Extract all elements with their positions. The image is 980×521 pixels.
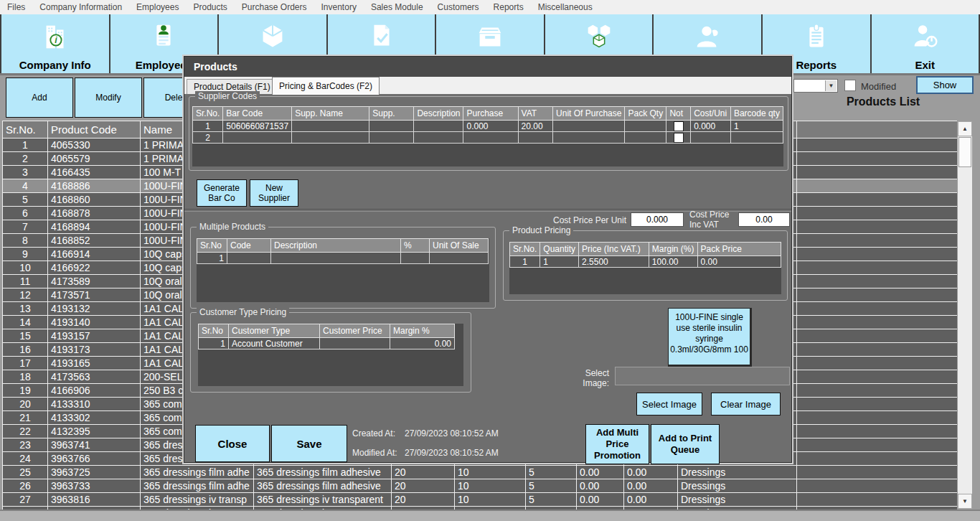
sales-cubes-icon [583,19,616,56]
header-row: Sr.No.QuantityPrice (Inc VAT.)Margin (%)… [510,243,781,256]
new-supplier-button[interactable]: New Supplier [250,179,298,207]
toolbar-reports-label: Reports [796,59,837,72]
modified-at-value: 27/09/2023 08:10:52 AM [405,448,499,458]
menu-files[interactable]: Files [0,2,32,12]
dialog-tab-strip: Product Details (F1) Pricing & BarCodes … [184,77,791,95]
generate-barcode-button[interactable]: Generate Bar Co [197,179,247,207]
menu-customers[interactable]: Customers [430,2,486,12]
modified-at-label: Modified At: [352,448,397,458]
multiple-products-group: Multiple Products Sr.NoCodeDescription%U… [190,227,496,309]
products-cube-icon [256,19,289,56]
add-button[interactable]: Add [6,78,73,118]
cost-price-inc-vat-label: Cost Price Inc VAT [689,210,732,230]
scroll-up-icon[interactable]: ▲ [958,121,972,136]
select-image-path-field[interactable] [615,367,790,385]
dialog-title: Products [184,57,791,77]
product-pricing-group-label: Product Pricing [509,225,573,235]
checkbox[interactable] [674,133,684,143]
cost-price-per-unit-label: Cost Price Per Unit [486,215,626,225]
menu-miscellaneous[interactable]: Miscellaneous [531,2,600,12]
scroll-down-icon[interactable]: ▼ [958,494,972,509]
select-image-button[interactable]: Select Image [636,393,702,416]
created-at-value: 27/09/2023 08:10:52 AM [405,428,499,438]
purchase-order-document-icon [364,19,397,56]
product-name-box: 100U-FINE single use sterile insulin syr… [668,308,752,367]
header-row: Sr.NoCustomer TypeCustomer PriceMargin % [199,324,455,338]
supplier-codes-table-area: Sr.No.Bar CodeSupp. NameSupp.Description… [192,106,783,166]
menu-employees[interactable]: Employees [129,2,186,12]
exit-person-power-icon [908,19,941,56]
products-list-title: Products List [793,95,973,108]
cost-price-inc-vat-field[interactable]: 0.00 [738,212,790,227]
company-building-icon: i [39,19,72,56]
save-button[interactable]: Save [271,425,347,462]
table-row[interactable]: 1 [197,253,489,264]
multiple-products-group-label: Multiple Products [197,222,268,232]
dialog-body: Supplier Codes Sr.No.Bar CodeSupp. NameS… [184,94,791,462]
menu-company-information[interactable]: Company Information [32,2,129,12]
customer-type-pricing-table-area: Sr.NoCustomer TypeCustomer PriceMargin %… [198,324,463,386]
supplier-codes-table[interactable]: Sr.No.Bar CodeSupp. NameSupp.Description… [192,106,783,144]
created-at-label: Created At: [352,428,395,438]
product-pricing-table[interactable]: Sr.No.QuantityPrice (Inc VAT.)Margin (%)… [509,242,781,268]
checkbox[interactable] [674,121,684,131]
toolbar-company-info-button[interactable]: i Company Info [0,14,110,73]
toolbar-exit-button[interactable]: Exit [872,14,980,73]
header-row: Sr.NoCodeDescription%Unit Of Sale [197,239,489,253]
chevron-down-icon[interactable]: ▼ [825,80,837,91]
multiple-products-table[interactable]: Sr.NoCodeDescription%Unit Of Sale1 [197,238,489,264]
toolbar-exit-label: Exit [915,59,936,72]
menu-inventory[interactable]: Inventory [314,2,364,12]
product-pricing-table-area: Sr.No.QuantityPrice (Inc VAT.)Margin (%)… [509,242,781,294]
menu-purchase-orders[interactable]: Purchase Orders [235,2,314,12]
add-to-print-queue-button[interactable]: Add to Print Queue [651,424,720,464]
supplier-codes-group-label: Supplier Codes [195,91,260,101]
tab-pricing-barcodes[interactable]: Pricing & BarCodes (F2) [272,77,380,95]
menu-sales-module[interactable]: Sales Module [364,2,430,12]
supplier-codes-group: Supplier Codes Sr.No.Bar CodeSupp. NameS… [189,96,788,171]
customer-type-pricing-group-label: Customer Type Pricing [197,307,289,317]
clear-image-button[interactable]: Clear Image [711,393,781,416]
menu-bar: Files Company Information Employees Prod… [0,0,980,15]
customer-type-pricing-group: Customer Type Pricing Sr.NoCustomer Type… [190,312,471,393]
products-dialog: Products Product Details (F1) Pricing & … [184,56,792,463]
inventory-box-icon [473,19,507,56]
modified-checkbox[interactable] [844,80,856,91]
table-row[interactable]: 2 [193,132,783,144]
table-row[interactable]: 253963725365 dressings film adhe365 dres… [3,466,958,479]
menu-reports[interactable]: Reports [486,2,531,12]
select-image-label: Select Image: [572,368,609,388]
multiple-products-table-area: Sr.NoCodeDescription%Unit Of Sale1 [197,238,489,302]
modify-button[interactable]: Modify [75,78,142,118]
scrollbar-thumb[interactable] [958,137,971,167]
app-window: { "window": { "menu_items": ["Files","Co… [0,0,980,521]
close-button[interactable]: Close [195,425,270,462]
product-pricing-group: Product Pricing Sr.No.QuantityPrice (Inc… [503,230,788,301]
table-row[interactable]: 112.5500100.000.00 [510,256,781,268]
table-row[interactable]: 273963816365 dressings iv transp365 dres… [3,493,958,507]
modified-checkbox-label: Modified [861,81,896,92]
customers-person-icon [691,19,724,56]
add-multi-price-promotion-button[interactable]: Add Multi Price Promotion [585,424,649,464]
header-row: Sr.No.Bar CodeSupp. NameSupp.Description… [193,107,783,121]
cost-price-per-unit-field[interactable]: 0.000 [631,212,684,227]
svg-text:i: i [55,35,57,45]
table-row[interactable]: 150606608715370.00020.000.0001 [193,121,783,132]
table-row[interactable]: 263963733365 dressings film adhe365 dres… [3,479,958,493]
employee-document-icon [147,19,180,56]
show-button[interactable]: Show [916,76,974,94]
bottom-window-edge [0,510,980,521]
toolbar-company-info-label: Company Info [19,59,91,72]
reports-document-icon [800,19,833,56]
customer-type-pricing-table[interactable]: Sr.NoCustomer TypeCustomer PriceMargin %… [198,324,455,349]
table-row[interactable]: 1Account Customer0.00 [199,338,455,349]
vertical-scrollbar[interactable]: ▲ ▼ [957,121,973,510]
menu-products[interactable]: Products [186,2,234,12]
filter-combobox[interactable]: ▼ [793,79,838,93]
